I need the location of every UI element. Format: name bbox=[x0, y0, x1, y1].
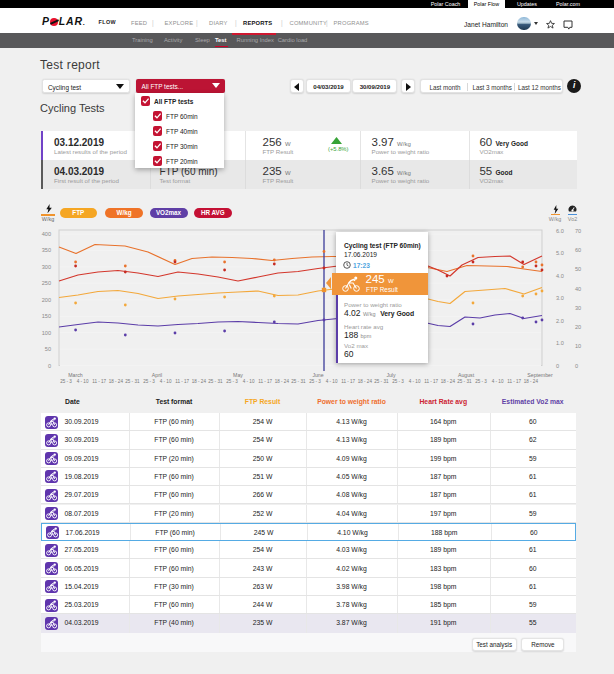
svg-text:25 - 3: 25 - 3 bbox=[60, 379, 72, 384]
svg-text:18 - 24: 18 - 24 bbox=[524, 379, 539, 384]
svg-text:25 - 3: 25 - 3 bbox=[392, 379, 404, 384]
svg-text:18 - 24: 18 - 24 bbox=[192, 379, 207, 384]
svg-text:25 - 31: 25 - 31 bbox=[291, 379, 306, 384]
svg-text:3.0: 3.0 bbox=[556, 295, 564, 301]
svg-text:25 - 31: 25 - 31 bbox=[125, 379, 140, 384]
svg-text:May: May bbox=[233, 372, 243, 378]
svg-text:11 - 17: 11 - 17 bbox=[175, 379, 189, 384]
svg-text:25 - 3: 25 - 3 bbox=[226, 379, 238, 384]
svg-text:60: 60 bbox=[575, 247, 581, 253]
svg-text:18 - 24: 18 - 24 bbox=[358, 379, 373, 384]
svg-text:4 - 10: 4 - 10 bbox=[492, 379, 504, 384]
svg-text:0: 0 bbox=[575, 363, 578, 369]
svg-text:25 - 31: 25 - 31 bbox=[374, 379, 389, 384]
svg-text:6.0: 6.0 bbox=[556, 228, 564, 234]
svg-text:25 - 3: 25 - 3 bbox=[143, 379, 155, 384]
svg-text:11 - 17: 11 - 17 bbox=[507, 379, 521, 384]
svg-text:4 - 10: 4 - 10 bbox=[326, 379, 338, 384]
svg-text:150: 150 bbox=[42, 313, 51, 319]
svg-text:September: September bbox=[527, 372, 553, 378]
svg-text:4 - 10: 4 - 10 bbox=[160, 379, 172, 384]
svg-text:August: August bbox=[458, 372, 475, 378]
svg-text:0: 0 bbox=[556, 363, 559, 369]
svg-text:100: 100 bbox=[42, 330, 51, 336]
svg-text:20: 20 bbox=[575, 324, 581, 330]
svg-text:11 - 17: 11 - 17 bbox=[92, 379, 106, 384]
svg-text:5.0: 5.0 bbox=[556, 250, 564, 256]
svg-text:400: 400 bbox=[42, 231, 51, 237]
svg-text:18 - 24: 18 - 24 bbox=[441, 379, 456, 384]
svg-text:18 - 24: 18 - 24 bbox=[275, 379, 290, 384]
svg-text:18 - 24: 18 - 24 bbox=[109, 379, 124, 384]
svg-text:250: 250 bbox=[42, 280, 51, 286]
svg-text:4 - 10: 4 - 10 bbox=[243, 379, 255, 384]
svg-text:30: 30 bbox=[575, 305, 581, 311]
svg-text:March: March bbox=[68, 372, 83, 378]
svg-text:4 - 10: 4 - 10 bbox=[77, 379, 89, 384]
svg-text:300: 300 bbox=[42, 264, 51, 270]
svg-text:70: 70 bbox=[575, 228, 581, 234]
svg-text:350: 350 bbox=[42, 247, 51, 253]
svg-text:11 - 17: 11 - 17 bbox=[341, 379, 355, 384]
svg-text:50: 50 bbox=[575, 266, 581, 272]
svg-text:April: April bbox=[152, 372, 162, 378]
svg-text:25 - 3: 25 - 3 bbox=[475, 379, 487, 384]
svg-text:0: 0 bbox=[48, 363, 51, 369]
svg-text:4.0: 4.0 bbox=[556, 273, 564, 279]
svg-text:25 - 31: 25 - 31 bbox=[457, 379, 472, 384]
svg-text:40: 40 bbox=[575, 286, 581, 292]
svg-text:June: June bbox=[312, 372, 323, 378]
svg-text:11 - 17: 11 - 17 bbox=[258, 379, 272, 384]
svg-text:200: 200 bbox=[42, 297, 51, 303]
svg-text:July: July bbox=[386, 372, 396, 378]
svg-text:2.0: 2.0 bbox=[556, 318, 564, 324]
svg-text:50: 50 bbox=[45, 346, 51, 352]
svg-text:10: 10 bbox=[575, 343, 581, 349]
svg-text:11 - 17: 11 - 17 bbox=[424, 379, 438, 384]
svg-text:25 - 3: 25 - 3 bbox=[309, 379, 321, 384]
svg-text:25 - 31: 25 - 31 bbox=[208, 379, 223, 384]
svg-text:4 - 10: 4 - 10 bbox=[409, 379, 421, 384]
svg-text:1.0: 1.0 bbox=[556, 340, 564, 346]
